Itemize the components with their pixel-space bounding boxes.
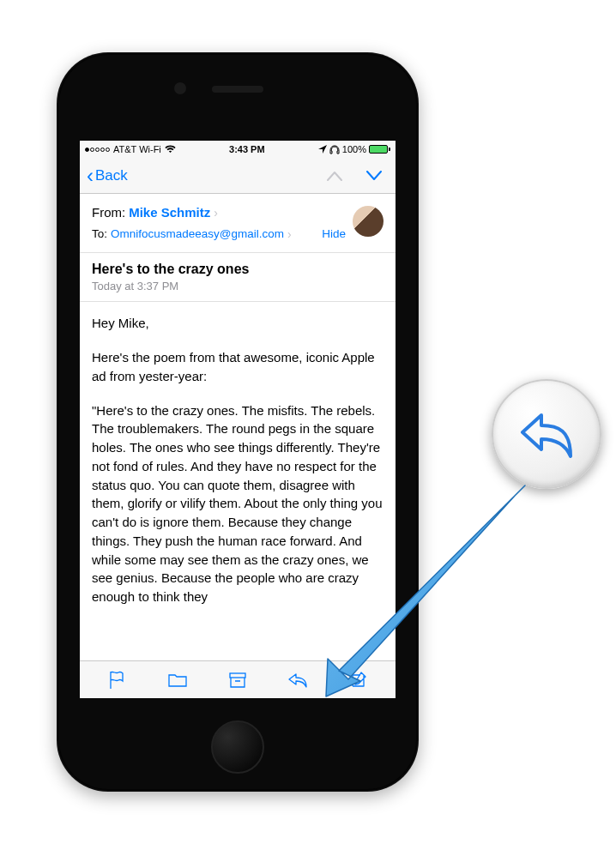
battery-percent: 100%	[342, 144, 366, 154]
reply-callout-magnifier	[492, 379, 601, 489]
chevron-right-icon: ›	[214, 203, 218, 222]
from-name[interactable]: Mike Schmitz	[129, 202, 210, 223]
to-label: To:	[92, 225, 107, 244]
sender-avatar[interactable]	[353, 206, 383, 237]
location-icon	[318, 145, 327, 154]
archive-icon	[228, 672, 247, 689]
wifi-icon	[165, 145, 176, 154]
headphones-icon	[329, 145, 340, 154]
message-header: From: Mike Schmitz › To: Omnifocusmadeea…	[80, 194, 396, 253]
folder-icon	[167, 672, 188, 689]
body-intro: Here's the poem from that awesome, iconi…	[92, 348, 383, 386]
svg-rect-0	[230, 673, 245, 678]
compose-icon	[349, 671, 368, 690]
mail-app-screen: AT&T Wi-Fi 3:43 PM 100% ‹ Back	[80, 141, 396, 698]
subject-block: Here's to the crazy ones Today at 3:37 P…	[80, 253, 396, 302]
next-message-button[interactable]	[366, 171, 382, 181]
chevron-right-icon: ›	[287, 225, 292, 244]
from-label: From:	[92, 202, 125, 223]
reply-icon-large	[517, 408, 576, 460]
body-text: "Here's to the crazy ones. The misfits. …	[92, 401, 383, 606]
mail-toolbar	[80, 660, 396, 698]
hide-button[interactable]: Hide	[322, 225, 346, 244]
status-time: 3:43 PM	[229, 144, 265, 154]
home-button[interactable]	[211, 720, 264, 774]
chevron-left-icon: ‹	[87, 166, 94, 186]
carrier-label: AT&T Wi-Fi	[113, 144, 161, 154]
reply-button[interactable]	[287, 669, 309, 691]
flag-button[interactable]	[106, 669, 128, 691]
reply-icon	[287, 672, 308, 689]
message-date: Today at 3:37 PM	[92, 280, 383, 292]
battery-icon	[369, 145, 390, 154]
back-button[interactable]: ‹ Back	[87, 166, 128, 186]
to-email[interactable]: Omnifocusmadeeasy@gmail.com	[111, 225, 284, 244]
archive-button[interactable]	[226, 669, 249, 691]
previous-message-button[interactable]	[327, 171, 342, 181]
compose-button[interactable]	[347, 669, 370, 691]
flag-icon	[108, 671, 125, 690]
move-button[interactable]	[166, 669, 189, 691]
message-subject: Here's to the crazy ones	[92, 262, 383, 277]
iphone-frame: AT&T Wi-Fi 3:43 PM 100% ‹ Back	[57, 52, 419, 792]
status-bar: AT&T Wi-Fi 3:43 PM 100%	[80, 141, 396, 158]
body-greeting: Hey Mike,	[92, 314, 383, 333]
nav-bar: ‹ Back	[80, 158, 396, 194]
message-body[interactable]: Hey Mike, Here's the poem from that awes…	[80, 302, 396, 638]
signal-dots-icon	[85, 148, 110, 152]
back-label: Back	[95, 167, 128, 184]
